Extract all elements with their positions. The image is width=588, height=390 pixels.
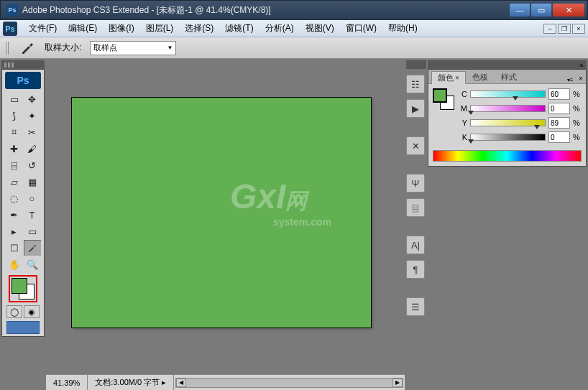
color-ramp[interactable] xyxy=(433,150,582,162)
app-icon: Ps xyxy=(6,4,18,16)
sample-size-value: 取样点 xyxy=(93,42,117,53)
zoom-tool[interactable]: 🔍 xyxy=(24,256,41,272)
window-close-button[interactable]: ✕ xyxy=(553,4,584,17)
menu-analysis[interactable]: 分析(A) xyxy=(259,21,300,36)
chevron-down-icon: ▼ xyxy=(167,45,173,51)
dock-strip-header[interactable] xyxy=(406,60,426,69)
document-canvas[interactable]: GxI网 system.com xyxy=(72,98,371,328)
ps-logo-icon: Ps xyxy=(3,22,17,36)
tools-dock-icon[interactable]: ✕ xyxy=(406,136,425,155)
yellow-slider[interactable] xyxy=(470,119,546,126)
notes-tool[interactable]: ☐ xyxy=(6,240,23,256)
tab-swatches[interactable]: 色板 xyxy=(466,70,495,83)
window-titlebar: Ps Adobe Photoshop CS3 Extended - [未标题-1… xyxy=(0,0,588,20)
menu-window[interactable]: 窗口(W) xyxy=(340,21,382,36)
mdi-minimize-button[interactable]: – xyxy=(543,24,556,34)
menu-filter[interactable]: 滤镜(T) xyxy=(219,21,259,36)
menu-layer[interactable]: 图层(L) xyxy=(140,21,180,36)
paragraph-dock-icon[interactable]: ¶ xyxy=(406,260,425,279)
pen-tool[interactable]: ✒ xyxy=(6,207,23,223)
shape-tool[interactable]: ▭ xyxy=(24,223,41,239)
menu-file[interactable]: 文件(F) xyxy=(23,21,63,36)
doc-info[interactable]: 文档:3.00M/0 字节 ▸ xyxy=(88,375,174,390)
slice-tool[interactable]: ✂ xyxy=(24,124,41,140)
eyedropper-tool[interactable] xyxy=(24,240,41,256)
window-maximize-button[interactable]: ▭ xyxy=(531,4,551,17)
panel-foreground-swatch[interactable] xyxy=(433,88,447,103)
mdi-close-button[interactable]: × xyxy=(572,24,585,34)
dodge-tool[interactable]: ○ xyxy=(24,190,41,206)
panel-close-button[interactable]: × xyxy=(576,73,586,83)
options-grip-icon[interactable] xyxy=(6,42,10,55)
cyan-slider[interactable] xyxy=(470,90,546,98)
navigator-dock-icon[interactable]: ☷ xyxy=(406,75,425,93)
standard-mode-button[interactable]: ◯ xyxy=(6,305,22,318)
magenta-label: M xyxy=(459,104,467,113)
watermark: GxI网 system.com xyxy=(230,177,331,228)
menu-select[interactable]: 选择(S) xyxy=(179,21,219,36)
ps-badge-icon: Ps xyxy=(5,72,41,89)
menu-image[interactable]: 图像(I) xyxy=(103,21,139,36)
black-slider[interactable] xyxy=(470,134,546,141)
move-tool[interactable]: ✥ xyxy=(24,91,41,107)
histogram-dock-icon[interactable]: ▶ xyxy=(406,99,425,118)
horizontal-scrollbar[interactable]: ◀ ▶ xyxy=(175,378,403,388)
toolbox: Ps ▭ ✥ ⟆ ✦ ⌗ ✂ ✚ 🖌 ⌸ ↺ ▱ ▦ ◌ ○ ✒ T ▸ ▭ ☐ xyxy=(1,69,45,337)
gradient-tool[interactable]: ▦ xyxy=(24,174,41,190)
options-bar: 取样大小: 取样点 ▼ xyxy=(0,37,588,59)
heal-tool[interactable]: ✚ xyxy=(6,141,23,157)
tab-styles[interactable]: 样式 xyxy=(495,70,523,83)
scroll-left-icon[interactable]: ◀ xyxy=(176,379,186,387)
cyan-input[interactable]: 60 xyxy=(548,88,570,100)
yellow-label: Y xyxy=(459,119,467,127)
marquee-tool[interactable]: ▭ xyxy=(6,91,23,107)
lasso-tool[interactable]: ⟆ xyxy=(6,108,23,124)
toolbox-header[interactable] xyxy=(1,60,45,69)
tab-color[interactable]: 颜色× xyxy=(431,71,466,84)
menu-view[interactable]: 视图(V) xyxy=(300,21,340,36)
close-icon[interactable]: × xyxy=(455,74,459,82)
black-input[interactable]: 0 xyxy=(548,131,570,143)
canvas-area[interactable]: GxI网 system.com xyxy=(46,59,405,374)
path-select-tool[interactable]: ▸ xyxy=(6,223,23,239)
stamp-tool[interactable]: ⌸ xyxy=(6,157,23,173)
type-tool[interactable]: T xyxy=(24,207,41,223)
brush-tool[interactable]: 🖌 xyxy=(24,141,41,157)
scroll-right-icon[interactable]: ▶ xyxy=(392,379,403,387)
eraser-tool[interactable]: ▱ xyxy=(6,174,23,190)
panel-color-swatches[interactable] xyxy=(433,88,454,110)
screen-mode-button[interactable] xyxy=(6,321,40,334)
color-swatches[interactable] xyxy=(9,275,37,302)
color-panel: 颜色× 色板 样式 ▾≡ × C xyxy=(428,69,587,167)
magenta-input[interactable]: 0 xyxy=(548,103,570,114)
menu-help[interactable]: 帮助(H) xyxy=(382,21,423,36)
sample-size-dropdown[interactable]: 取样点 ▼ xyxy=(90,41,176,55)
window-minimize-button[interactable]: — xyxy=(510,4,530,17)
sample-size-label: 取样大小: xyxy=(45,42,81,54)
mdi-restore-button[interactable]: ❐ xyxy=(558,24,571,34)
panel-menu-icon[interactable]: ▾≡ xyxy=(564,77,576,83)
panel-collapse-button[interactable]: « xyxy=(576,60,587,70)
hand-tool[interactable]: ✋ xyxy=(6,256,23,272)
panel-header[interactable]: « xyxy=(428,60,587,69)
layers-dock-icon[interactable]: ☰ xyxy=(406,297,425,316)
black-label: K xyxy=(459,133,467,141)
cyan-label: C xyxy=(459,90,467,98)
yellow-input[interactable]: 89 xyxy=(548,117,570,129)
window-title: Adobe Photoshop CS3 Extended - [未标题-1 @ … xyxy=(22,4,510,17)
foreground-swatch[interactable] xyxy=(12,278,27,294)
crop-tool[interactable]: ⌗ xyxy=(6,124,23,140)
wand-tool[interactable]: ✦ xyxy=(24,108,41,124)
menu-edit[interactable]: 编辑(E) xyxy=(63,21,103,36)
menu-bar: Ps 文件(F) 编辑(E) 图像(I) 图层(L) 选择(S) 滤镜(T) 分… xyxy=(0,20,588,37)
quickmask-mode-button[interactable]: ◉ xyxy=(24,305,40,318)
brushes-dock-icon[interactable]: Ψ xyxy=(406,174,425,192)
status-bar: 41.39% 文档:3.00M/0 字节 ▸ ◀ ▶ xyxy=(46,374,405,390)
eyedropper-icon xyxy=(19,42,36,55)
blur-tool[interactable]: ◌ xyxy=(6,190,23,206)
clone-dock-icon[interactable]: ⌸ xyxy=(406,198,425,217)
zoom-level[interactable]: 41.39% xyxy=(46,375,88,390)
history-brush-tool[interactable]: ↺ xyxy=(24,157,41,173)
magenta-slider[interactable] xyxy=(470,105,546,112)
character-dock-icon[interactable]: A| xyxy=(406,236,425,254)
